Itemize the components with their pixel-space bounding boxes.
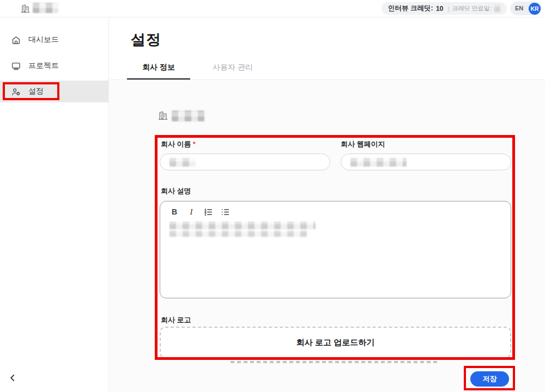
company-name-label: 회사 이름* xyxy=(161,139,196,149)
language-en-button[interactable]: EN xyxy=(515,5,523,11)
credits-status-badge: 인터뷰 크레딧: 10 | 크레딧 만료일: xyxy=(382,2,507,15)
company-logo-icon xyxy=(20,3,31,14)
description-line1-redacted xyxy=(169,222,316,229)
sidebar: 대시보드 프로젝트 설정 xyxy=(0,18,109,392)
company-logo-name-redacted xyxy=(33,3,58,13)
page-title: 설정 xyxy=(131,30,161,50)
monitor-icon xyxy=(11,61,21,71)
sidebar-item-label: 프로젝트 xyxy=(28,61,59,71)
building-icon xyxy=(157,109,169,121)
sidebar-item-projects[interactable]: 프로젝트 xyxy=(0,56,108,76)
required-asterisk: * xyxy=(193,140,196,148)
user-gear-icon xyxy=(11,87,21,97)
description-line2-redacted xyxy=(169,230,307,237)
sidebar-item-label: 대시보드 xyxy=(28,35,59,45)
credits-expiry-label: 크레딧 만료일: xyxy=(452,4,491,13)
sidebar-item-label: 설정 xyxy=(28,87,44,96)
tab-company-info[interactable]: 회사 정보 xyxy=(127,62,190,80)
editor-toolbar: B I xyxy=(169,206,231,218)
collapse-sidebar-icon[interactable] xyxy=(7,372,19,384)
credits-label: 인터뷰 크레딧: xyxy=(388,4,433,13)
app-window: 인터뷰 크레딧: 10 | 크레딧 만료일: EN KR 대시보드 프로젝트 xyxy=(0,0,545,392)
language-kr-button[interactable]: KR xyxy=(529,3,541,15)
upload-text: 회사 로고 업로드하기 xyxy=(296,338,374,348)
ordered-list-icon[interactable] xyxy=(203,206,214,217)
main-content: 설정 회사 정보 사용자 관리 회사 이름* 회사 웹페이지 회사 설명 xyxy=(110,18,545,392)
bold-icon[interactable]: B xyxy=(169,206,180,217)
top-bar: 인터뷰 크레딧: 10 | 크레딧 만료일: EN KR xyxy=(0,0,545,17)
credits-value: 10 xyxy=(436,5,444,13)
company-webpage-label: 회사 웹페이지 xyxy=(341,139,385,149)
credits-expiry-date-redacted xyxy=(494,5,500,12)
company-logo-label: 회사 로고 xyxy=(161,315,191,325)
upload-hint-text-clipped xyxy=(231,361,438,363)
tab-user-management[interactable]: 사용자 관리 xyxy=(199,62,267,80)
company-webpage-input[interactable] xyxy=(341,154,511,170)
sidebar-item-settings[interactable]: 설정 xyxy=(0,82,108,101)
company-description-label: 회사 설명 xyxy=(161,186,191,196)
company-logo-upload-dropzone[interactable]: 회사 로고 업로드하기 xyxy=(160,327,511,358)
company-description-editor: B I xyxy=(160,201,511,298)
company-name-heading-redacted xyxy=(172,111,204,121)
tab-bar: 회사 정보 사용자 관리 xyxy=(127,62,267,80)
company-name-value-redacted xyxy=(169,158,196,167)
home-icon xyxy=(11,35,21,45)
language-toggle: EN KR xyxy=(510,2,542,15)
italic-icon[interactable]: I xyxy=(186,206,197,217)
credits-separator: | xyxy=(448,5,450,12)
company-name-input[interactable] xyxy=(160,154,330,170)
company-description-textarea[interactable] xyxy=(160,218,511,298)
sidebar-item-dashboard[interactable]: 대시보드 xyxy=(0,30,108,50)
save-button[interactable]: 저장 xyxy=(470,371,509,387)
company-webpage-value-redacted xyxy=(350,158,407,167)
bullet-list-icon[interactable] xyxy=(220,206,231,217)
